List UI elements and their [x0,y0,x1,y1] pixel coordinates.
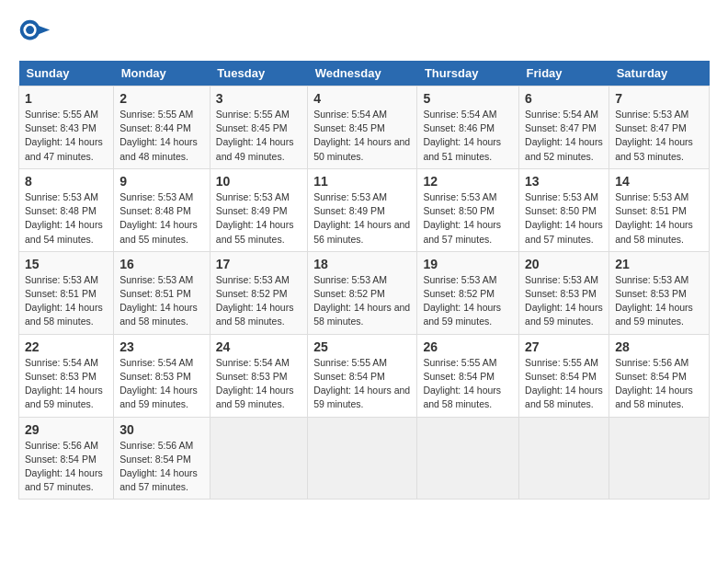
calendar-cell: 15Sunrise: 5:53 AM Sunset: 8:51 PM Dayli… [19,251,114,334]
day-info: Sunrise: 5:53 AM Sunset: 8:52 PM Dayligh… [423,273,513,329]
page-header [18,18,710,52]
header-cell-sunday: Sunday [19,61,114,86]
day-number: 7 [615,91,703,106]
day-number: 19 [423,257,513,271]
day-info: Sunrise: 5:55 AM Sunset: 8:54 PM Dayligh… [313,356,411,412]
day-info: Sunrise: 5:53 AM Sunset: 8:53 PM Dayligh… [615,273,703,329]
day-info: Sunrise: 5:53 AM Sunset: 8:48 PM Dayligh… [119,190,204,247]
day-info: Sunrise: 5:56 AM Sunset: 8:54 PM Dayligh… [25,439,108,495]
calendar-cell: 22Sunrise: 5:54 AM Sunset: 8:53 PM Dayli… [19,334,114,417]
calendar-cell [210,417,307,500]
calendar-cell: 6Sunrise: 5:54 AM Sunset: 8:47 PM Daylig… [519,86,609,169]
day-number: 29 [25,422,108,437]
calendar-cell: 2Sunrise: 5:55 AM Sunset: 8:44 PM Daylig… [114,86,210,169]
calendar-cell: 13Sunrise: 5:53 AM Sunset: 8:50 PM Dayli… [519,168,609,251]
calendar-cell: 4Sunrise: 5:54 AM Sunset: 8:45 PM Daylig… [308,86,417,169]
calendar-body: 1Sunrise: 5:55 AM Sunset: 8:43 PM Daylig… [19,86,710,500]
day-info: Sunrise: 5:55 AM Sunset: 8:54 PM Dayligh… [525,356,603,412]
calendar-cell: 30Sunrise: 5:56 AM Sunset: 8:54 PM Dayli… [114,417,210,500]
calendar-cell: 14Sunrise: 5:53 AM Sunset: 8:51 PM Dayli… [609,168,710,251]
calendar-cell: 9Sunrise: 5:53 AM Sunset: 8:48 PM Daylig… [114,168,210,251]
day-number: 30 [119,422,204,437]
day-number: 10 [216,174,301,189]
calendar-cell: 10Sunrise: 5:53 AM Sunset: 8:49 PM Dayli… [210,168,307,251]
day-info: Sunrise: 5:53 AM Sunset: 8:51 PM Dayligh… [119,273,204,329]
calendar-cell: 11Sunrise: 5:53 AM Sunset: 8:49 PM Dayli… [308,168,417,251]
day-number: 25 [313,339,411,354]
calendar-cell: 24Sunrise: 5:54 AM Sunset: 8:53 PM Dayli… [210,334,307,417]
day-number: 28 [615,339,703,354]
calendar-cell: 25Sunrise: 5:55 AM Sunset: 8:54 PM Dayli… [308,334,417,417]
day-info: Sunrise: 5:53 AM Sunset: 8:50 PM Dayligh… [525,190,603,247]
header-row: SundayMondayTuesdayWednesdayThursdayFrid… [19,61,710,86]
day-info: Sunrise: 5:53 AM Sunset: 8:47 PM Dayligh… [615,108,703,164]
header-cell-thursday: Thursday [417,61,519,86]
day-number: 20 [525,257,603,271]
calendar-cell: 7Sunrise: 5:53 AM Sunset: 8:47 PM Daylig… [609,86,710,169]
day-number: 11 [313,174,411,189]
day-number: 18 [313,257,411,271]
calendar-table: SundayMondayTuesdayWednesdayThursdayFrid… [18,61,710,500]
day-number: 3 [216,91,301,106]
day-number: 2 [119,91,204,106]
calendar-cell: 5Sunrise: 5:54 AM Sunset: 8:46 PM Daylig… [417,86,519,169]
calendar-cell: 12Sunrise: 5:53 AM Sunset: 8:50 PM Dayli… [417,168,519,251]
calendar-cell: 19Sunrise: 5:53 AM Sunset: 8:52 PM Dayli… [417,251,519,334]
day-info: Sunrise: 5:54 AM Sunset: 8:53 PM Dayligh… [119,356,204,412]
day-number: 22 [25,339,108,354]
day-number: 16 [119,257,204,271]
day-number: 1 [25,91,108,106]
day-number: 15 [25,257,108,271]
header-cell-tuesday: Tuesday [210,61,307,86]
calendar-cell: 16Sunrise: 5:53 AM Sunset: 8:51 PM Dayli… [114,251,210,334]
day-info: Sunrise: 5:56 AM Sunset: 8:54 PM Dayligh… [615,356,703,412]
calendar-week-3: 15Sunrise: 5:53 AM Sunset: 8:51 PM Dayli… [19,251,710,334]
day-info: Sunrise: 5:54 AM Sunset: 8:47 PM Dayligh… [525,108,603,164]
day-info: Sunrise: 5:53 AM Sunset: 8:49 PM Dayligh… [216,190,301,247]
calendar-cell: 20Sunrise: 5:53 AM Sunset: 8:53 PM Dayli… [519,251,609,334]
header-cell-saturday: Saturday [609,61,710,86]
svg-point-2 [26,26,34,34]
day-info: Sunrise: 5:55 AM Sunset: 8:45 PM Dayligh… [216,108,301,164]
logo-icon [18,18,51,52]
calendar-cell: 28Sunrise: 5:56 AM Sunset: 8:54 PM Dayli… [609,334,710,417]
day-number: 13 [525,174,603,189]
header-cell-wednesday: Wednesday [308,61,417,86]
day-number: 4 [313,91,411,106]
day-number: 24 [216,339,301,354]
day-info: Sunrise: 5:54 AM Sunset: 8:53 PM Dayligh… [216,356,301,412]
calendar-cell: 3Sunrise: 5:55 AM Sunset: 8:45 PM Daylig… [210,86,307,169]
day-info: Sunrise: 5:53 AM Sunset: 8:52 PM Dayligh… [313,273,411,329]
calendar-cell: 23Sunrise: 5:54 AM Sunset: 8:53 PM Dayli… [114,334,210,417]
day-number: 14 [615,174,703,189]
calendar-cell [417,417,519,500]
day-number: 17 [216,257,301,271]
day-number: 27 [525,339,603,354]
day-info: Sunrise: 5:53 AM Sunset: 8:51 PM Dayligh… [615,190,703,247]
calendar-header: SundayMondayTuesdayWednesdayThursdayFrid… [19,61,710,86]
day-info: Sunrise: 5:53 AM Sunset: 8:48 PM Dayligh… [25,190,108,247]
calendar-cell: 29Sunrise: 5:56 AM Sunset: 8:54 PM Dayli… [19,417,114,500]
day-number: 5 [423,91,513,106]
day-info: Sunrise: 5:55 AM Sunset: 8:54 PM Dayligh… [423,356,513,412]
calendar-cell: 17Sunrise: 5:53 AM Sunset: 8:52 PM Dayli… [210,251,307,334]
header-cell-friday: Friday [519,61,609,86]
day-info: Sunrise: 5:54 AM Sunset: 8:53 PM Dayligh… [25,356,108,412]
day-number: 12 [423,174,513,189]
logo [18,18,55,52]
calendar-cell: 1Sunrise: 5:55 AM Sunset: 8:43 PM Daylig… [19,86,114,169]
calendar-cell [609,417,710,500]
calendar-week-4: 22Sunrise: 5:54 AM Sunset: 8:53 PM Dayli… [19,334,710,417]
day-number: 23 [119,339,204,354]
day-number: 8 [25,174,108,189]
day-info: Sunrise: 5:55 AM Sunset: 8:44 PM Dayligh… [119,108,204,164]
day-info: Sunrise: 5:53 AM Sunset: 8:53 PM Dayligh… [525,273,603,329]
calendar-cell: 21Sunrise: 5:53 AM Sunset: 8:53 PM Dayli… [609,251,710,334]
day-info: Sunrise: 5:55 AM Sunset: 8:43 PM Dayligh… [25,108,108,164]
calendar-cell [308,417,417,500]
day-number: 26 [423,339,513,354]
day-number: 6 [525,91,603,106]
calendar-cell [519,417,609,500]
day-info: Sunrise: 5:53 AM Sunset: 8:52 PM Dayligh… [216,273,301,329]
day-number: 9 [119,174,204,189]
